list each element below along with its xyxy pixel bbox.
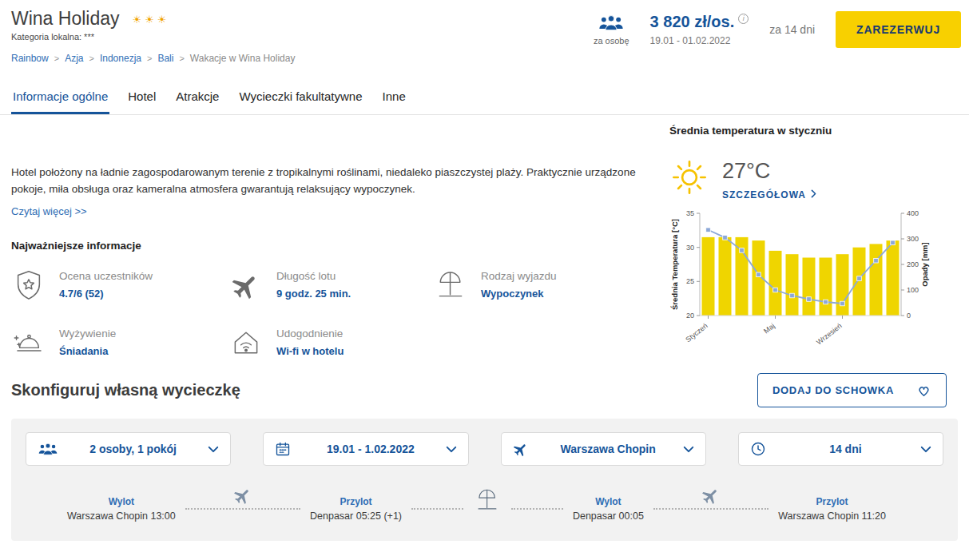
svg-text:20: 20 <box>686 312 694 320</box>
flight-path-dotted-line <box>511 508 563 510</box>
info-label-flight-duration: Długość lotu <box>276 270 351 282</box>
info-label-trip-type: Rodzaj wyjazdu <box>481 270 557 282</box>
read-more-link[interactable]: Czytaj więcej >> <box>11 205 87 217</box>
svg-text:0: 0 <box>907 312 911 320</box>
add-to-clipboard-button[interactable]: DODAJ DO SCHOWKA <box>757 373 947 407</box>
svg-text:Styczeń: Styczeń <box>684 322 709 344</box>
flight-label: Przylot <box>778 496 886 507</box>
flight-value: Warszawa Chopin 13:00 <box>67 510 176 522</box>
info-item-trip-type: Rodzaj wyjazdu Wypoczynek <box>433 268 654 303</box>
duration-selector[interactable]: 14 dni <box>738 432 943 466</box>
svg-text:Wrzesień: Wrzesień <box>815 322 844 347</box>
occupancy-value: 2 osoby, 1 pokój <box>58 443 208 455</box>
tab-informacje-ogolne[interactable]: Informacje ogólne <box>11 83 109 114</box>
flight-label: Wylot <box>573 496 644 507</box>
calendar-icon <box>275 441 296 457</box>
svg-text:Średnia Temperatura [°C]: Średnia Temperatura [°C] <box>670 219 679 310</box>
flight-label: Wylot <box>67 496 176 507</box>
header-right: za osobę 3 820 zł/os. i 19.01 - 01.02.20… <box>594 8 961 48</box>
configure-section: Skonfiguruj własną wycieczkę DODAJ DO SC… <box>0 373 969 541</box>
food-dome-icon <box>11 325 46 360</box>
header-left: Wina Holiday ☀☀☀ Kategoria lokalna: *** … <box>11 8 295 64</box>
info-label-rating: Ocena uczestników <box>59 270 153 282</box>
flight-path-dotted-line <box>411 508 463 510</box>
flight-path-dotted-line <box>185 508 300 510</box>
departure-airport-value: Warszawa Chopin <box>534 443 683 455</box>
info-label-board: Wyżywienie <box>59 328 116 340</box>
svg-text:30: 30 <box>686 244 694 252</box>
tab-hotel[interactable]: Hotel <box>126 83 157 114</box>
flight-timeline: Wylot Warszawa Chopin 13:00 Przylot Denp… <box>26 494 943 523</box>
weather-details-link[interactable]: SZCZEGÓŁOWA <box>722 189 816 201</box>
tab-atrakcje[interactable]: Atrakcje <box>174 83 220 114</box>
people-icon <box>38 443 58 456</box>
flight-label: Przylot <box>310 496 402 507</box>
add-to-clipboard-label: DODAJ DO SCHOWKA <box>772 384 894 396</box>
per-person-label: za osobę <box>594 36 629 46</box>
plane-icon <box>233 486 252 508</box>
dates-selector[interactable]: 19.01 - 1.02.2022 <box>263 432 468 466</box>
breadcrumb: Rainbow Azja Indonezja Bali Wakacje w Wi… <box>11 53 295 64</box>
breadcrumb-link-indonezja[interactable]: Indonezja <box>100 53 157 64</box>
duration-value: 14 dni <box>771 443 920 455</box>
beach-umbrella-icon <box>433 268 468 303</box>
price-info-icon[interactable]: i <box>738 14 749 24</box>
occupancy-selector[interactable]: 2 osoby, 1 pokój <box>26 432 231 466</box>
hotel-offer-page: Wina Holiday ☀☀☀ Kategoria lokalna: *** … <box>0 0 969 560</box>
flight-return-departure: Wylot Denpasar 00:05 <box>573 496 644 522</box>
tab-inne[interactable]: Inne <box>381 83 407 114</box>
climate-chart-svg: 202530350100200300400StyczeńMajWrzesieńŚ… <box>669 207 933 360</box>
svg-text:25: 25 <box>686 277 694 285</box>
info-item-flight-duration: Długość lotu 9 godz. 25 min. <box>228 268 433 303</box>
info-label-amenity: Udogodnienie <box>276 328 344 340</box>
climate-chart: 202530350100200300400StyczeńMajWrzesieńŚ… <box>669 207 958 360</box>
flight-value: Denpasar 05:25 (+1) <box>310 510 402 522</box>
header: Wina Holiday ☀☀☀ Kategoria lokalna: *** … <box>0 0 969 64</box>
wifi-house-icon <box>228 325 264 360</box>
chevron-down-icon <box>446 446 457 453</box>
sun-icon <box>669 157 709 201</box>
key-info-grid: Ocena uczestników 4.7/6 (52) Długość lot… <box>11 268 654 360</box>
tab-wycieczki-fakultatywne[interactable]: Wycieczki fakultatywne <box>237 83 363 114</box>
weather-column: Średnia temperatura w styczniu 27°C SZCZ… <box>654 115 958 360</box>
dates-value: 19.01 - 1.02.2022 <box>296 443 445 455</box>
svg-text:Opady [mm]: Opady [mm] <box>920 242 929 286</box>
chevron-down-icon <box>208 446 219 453</box>
plane-icon <box>513 441 534 457</box>
beach-umbrella-icon <box>475 487 500 516</box>
temperature-block: 27°C SZCZEGÓŁOWA <box>669 157 958 201</box>
per-person-block: za osobę <box>594 14 629 46</box>
info-item-amenity: Udogodnienie Wi-fi w hotelu <box>228 325 433 360</box>
main-content: Hotel położony na ładnie zagospodarowany… <box>0 115 969 360</box>
trip-selectors: 2 osoby, 1 pokój 19.01 - 1.02.2022 Warsz… <box>26 432 943 466</box>
overview-column: Hotel położony na ładnie zagospodarowany… <box>11 115 654 360</box>
breadcrumb-link-azja[interactable]: Azja <box>65 53 100 64</box>
svg-text:35: 35 <box>686 209 694 217</box>
svg-text:200: 200 <box>907 260 919 268</box>
breadcrumb-current: Wakacje w Wina Holiday <box>190 53 296 64</box>
reserve-button[interactable]: ZAREZERWUJ <box>836 11 961 48</box>
svg-text:100: 100 <box>907 286 919 294</box>
trip-configurator-panel: 2 osoby, 1 pokój 19.01 - 1.02.2022 Warsz… <box>11 419 958 541</box>
price-block: 3 820 zł/os. i 19.01 - 01.02.2022 <box>650 13 749 46</box>
local-category-label: Kategoria lokalna: *** <box>11 32 295 42</box>
breadcrumb-link-bali[interactable]: Bali <box>157 53 189 64</box>
plane-icon <box>701 486 721 508</box>
svg-text:Maj: Maj <box>762 322 776 336</box>
chevron-right-icon <box>811 189 816 201</box>
svg-text:400: 400 <box>907 209 919 217</box>
shield-star-icon <box>11 268 46 303</box>
key-info-title: Najważniejsze informacje <box>11 240 654 252</box>
flight-return-arrival: Przylot Warszawa Chopin 11:20 <box>778 496 886 522</box>
trip-duration-note: za 14 dni <box>769 23 815 36</box>
departure-airport-selector[interactable]: Warszawa Chopin <box>501 432 706 466</box>
weather-details-label: SZCZEGÓŁOWA <box>722 189 806 201</box>
chevron-down-icon <box>683 446 694 453</box>
breadcrumb-link-rainbow[interactable]: Rainbow <box>11 53 65 64</box>
info-value-amenity: Wi-fi w hotelu <box>276 345 344 357</box>
configure-title: Skonfiguruj własną wycieczkę <box>11 381 240 399</box>
flight-value: Denpasar 00:05 <box>573 510 644 522</box>
clock-icon <box>750 441 771 457</box>
plane-icon <box>228 268 264 303</box>
flight-path-dotted-line <box>653 508 768 510</box>
